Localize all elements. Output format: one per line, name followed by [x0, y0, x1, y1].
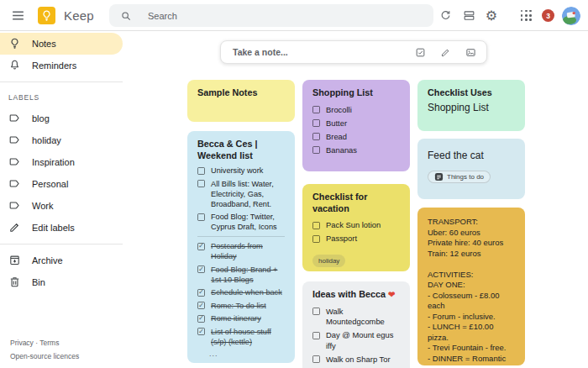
checkbox-checked-icon[interactable]	[197, 243, 205, 250]
sidebar-item-work[interactable]: Work	[0, 195, 123, 217]
main-menu-button[interactable]	[9, 7, 26, 24]
open-source-licences-link[interactable]: Open-source licences	[10, 352, 79, 360]
list-view-toggle-button[interactable]	[462, 9, 475, 23]
label-tag-icon	[8, 134, 22, 147]
checkbox-unchecked-icon[interactable]	[312, 119, 320, 127]
sidebar-item-label: blog	[32, 113, 50, 124]
note-card-feed-the-cat[interactable]: Feed the cat Things to do	[417, 139, 525, 199]
search-placeholder: Search	[148, 11, 177, 21]
take-a-note-bar[interactable]: Take a note...	[220, 40, 487, 64]
checkbox-unchecked-icon[interactable]	[312, 222, 320, 229]
header-actions: ⚙ 3	[438, 0, 580, 31]
sidebar-divider	[0, 244, 123, 244]
note-title: Checklist Uses	[428, 87, 515, 99]
note-title: Sample Notes	[197, 87, 285, 99]
note-card-ideas-with-becca[interactable]: Ideas with Becca ❤ Walk Mountedgcombe Da…	[302, 281, 410, 368]
checklist-item: Passport	[312, 234, 400, 244]
checklist-item: Brocolli	[312, 105, 400, 116]
checkbox-unchecked-icon[interactable]	[312, 106, 320, 113]
checkbox-checked-icon[interactable]	[197, 289, 205, 297]
sidebar-item-personal[interactable]: Personal	[0, 173, 123, 195]
checklist-item-text: Butter	[326, 118, 347, 129]
checklist-item: All Bills list: Water, Electricity, Gas,…	[197, 179, 285, 209]
sidebar-item-notes[interactable]: Notes	[0, 33, 123, 55]
checkbox-unchecked-icon[interactable]	[312, 235, 320, 243]
label-chip-things-to-do[interactable]: Things to do	[428, 171, 491, 183]
new-drawing-button[interactable]	[440, 47, 451, 58]
checklist-item-text: List of house stuff (s/p) (kettle)	[211, 327, 285, 347]
sidebar-item-holiday[interactable]: holiday	[0, 129, 123, 151]
sidebar-item-inspiration[interactable]: Inspiration	[0, 151, 123, 173]
note-card-shopping-list[interactable]: Shopping List Brocolli Butter Bread Bana…	[302, 80, 410, 171]
note-card-becca-weekend-list[interactable]: Becca & Ces | Weekend list University wo…	[187, 131, 295, 363]
checklist-item-checked: Food Blog: Brand + 1st 10 Blogs	[197, 265, 285, 285]
google-apps-button[interactable]	[520, 9, 533, 22]
sidebar-item-label: Archive	[32, 255, 63, 265]
checklist-item-checked: Postcards from Holiday	[197, 241, 285, 261]
sidebar-item-label: holiday	[32, 135, 61, 145]
note-card-sample-notes[interactable]: Sample Notes	[187, 80, 295, 122]
checkbox-unchecked-icon[interactable]	[197, 167, 205, 175]
sidebar-divider	[0, 81, 123, 82]
privacy-link[interactable]: Privacy	[10, 339, 34, 347]
refresh-icon	[439, 9, 452, 22]
notes-column-2: Shopping List Brocolli Butter Bread Bana…	[302, 80, 410, 368]
checkbox-checked-icon[interactable]	[197, 302, 205, 309]
google-keep-app: Keep Search ⚙	[0, 0, 588, 368]
sidebar-item-blog[interactable]: blog	[0, 108, 123, 129]
checklist-item: Day @ Mount egus iffy	[312, 330, 400, 351]
checkbox-unchecked-icon[interactable]	[312, 146, 320, 154]
lightbulb-logo-icon	[40, 9, 53, 22]
sidebar-item-label: Notes	[32, 39, 56, 49]
label-chip-holiday[interactable]: holiday	[312, 255, 345, 267]
note-card-transport-activities[interactable]: TRANSPORT: Uber: 60 euros Private hire: …	[417, 208, 525, 365]
checklist-item-text: Postcards from Holiday	[211, 241, 285, 261]
checkbox-unchecked-icon[interactable]	[197, 213, 205, 221]
checkbox-unchecked-icon[interactable]	[312, 308, 320, 315]
sidebar-item-bin[interactable]: Bin	[0, 271, 123, 293]
label-tag-icon	[8, 112, 22, 125]
checklist-item-checked: List of house stuff (s/p) (kettle)	[197, 327, 285, 347]
terms-link[interactable]: Terms	[39, 339, 59, 347]
checkbox-unchecked-icon[interactable]	[312, 355, 320, 363]
sidebar-item-archive[interactable]: Archive	[0, 250, 123, 271]
checklist-item-text: Brocolli	[326, 105, 352, 116]
top-app-bar: Keep Search ⚙	[0, 0, 588, 31]
sidebar: Notes Reminders LABELS blog holiday	[0, 31, 139, 368]
checkbox-checked-icon[interactable]	[197, 328, 205, 335]
search-bar[interactable]: Search	[109, 4, 433, 27]
note-card-checklist-uses[interactable]: Checklist Uses Shopping List	[417, 80, 525, 131]
keep-logo[interactable]	[38, 7, 55, 24]
checklist-item: University work	[197, 166, 285, 176]
checkbox-checked-icon[interactable]	[197, 265, 205, 273]
checklist-item-text: Schedule when back	[211, 287, 282, 297]
new-image-button[interactable]	[465, 47, 476, 58]
notification-badge[interactable]: 3	[542, 9, 554, 22]
checkbox-unchecked-icon[interactable]	[312, 332, 320, 339]
checkbox-icon	[415, 47, 426, 58]
note-card-checklist-for-vacation[interactable]: Checklist for vacation Pack Sun lotion P…	[302, 184, 410, 271]
checklist-item-text: Bananas	[326, 145, 357, 156]
checklist-item-text: Passport	[326, 234, 357, 244]
label-tag-icon	[8, 199, 22, 213]
sidebar-item-reminders[interactable]: Reminders	[0, 55, 123, 76]
new-checklist-button[interactable]	[415, 47, 426, 58]
account-avatar[interactable]	[562, 7, 580, 25]
gear-icon: ⚙	[486, 8, 497, 24]
settings-button[interactable]: ⚙	[484, 8, 499, 24]
note-list-icon	[434, 172, 444, 181]
note-body: Feed the cat	[428, 150, 515, 162]
checkbox-unchecked-icon[interactable]	[197, 180, 205, 187]
notes-column-3: Checklist Uses Shopping List Feed the ca…	[417, 80, 525, 365]
checklist-item: Bread	[312, 132, 400, 143]
sidebar-item-edit-labels[interactable]: Edit labels	[0, 217, 123, 239]
bell-icon	[8, 59, 22, 72]
trash-icon	[8, 276, 22, 289]
note-body: TRANSPORT: Uber: 60 euros Private hire: …	[428, 217, 515, 365]
refresh-button[interactable]	[438, 9, 452, 23]
checklist-item: Food Blog: Twitter, Cyprus Draft, Icons	[197, 212, 285, 232]
note-title: Shopping List	[312, 87, 400, 99]
checkbox-checked-icon[interactable]	[197, 315, 205, 323]
checkbox-unchecked-icon[interactable]	[312, 133, 320, 140]
brush-pencil-icon	[440, 47, 451, 58]
